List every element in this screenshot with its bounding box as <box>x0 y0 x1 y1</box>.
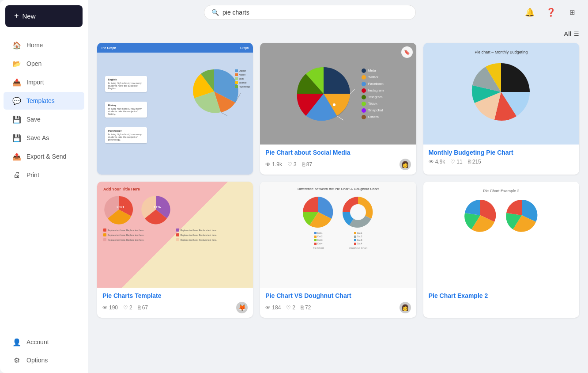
template-card-subject[interactable]: Pie Graph Graph English In living high s… <box>97 43 253 175</box>
open-icon: 📂 <box>12 59 21 68</box>
card-title-social: Pie Chart about Social Media <box>265 149 411 156</box>
templates-icon: 💬 <box>12 96 21 105</box>
import-icon: 📥 <box>12 78 21 87</box>
sidebar-bottom: 👤 Account ⚙ Options <box>0 329 88 373</box>
sidebar-item-account-label: Account <box>26 339 49 346</box>
sidebar-item-import-label: Import <box>26 79 44 86</box>
sidebar-item-open-label: Open <box>26 60 41 67</box>
views-stat-social: 👁 1.9k <box>265 161 282 167</box>
account-icon: 👤 <box>12 338 21 346</box>
sidebar-item-options-label: Options <box>26 357 48 364</box>
template-card-example2[interactable]: Pie Chart Example 2 <box>423 182 579 318</box>
sidebar-item-home[interactable]: 🏠 Home <box>4 36 84 54</box>
eye-icon: 👁 <box>265 161 271 167</box>
card-footer-example2: Pie Chart Example 2 <box>423 288 579 306</box>
help-button[interactable]: ❓ <box>544 5 558 19</box>
sidebar-item-templates-label: Templates <box>26 97 55 104</box>
avatar-pink: 🦊 <box>236 302 248 313</box>
copies-stat-pink: ⎘ 67 <box>138 304 148 311</box>
svg-point-8 <box>350 204 366 220</box>
avatar-social: 👩 <box>400 159 411 170</box>
sidebar-item-print-label: Print <box>26 171 39 179</box>
print-icon: 🖨 <box>12 171 21 179</box>
search-icon: 🔍 <box>211 9 219 16</box>
svg-line-5 <box>337 116 343 120</box>
filter-bar: All ☰ <box>97 30 579 38</box>
bell-icon: 🔔 <box>525 8 535 17</box>
top-icons: 🔔 ❓ ⊞ <box>523 5 579 19</box>
eye-icon: 👁 <box>265 304 271 311</box>
sidebar-item-home-label: Home <box>26 42 43 49</box>
save-as-icon: 💾 <box>12 133 21 142</box>
template-card-doughnut[interactable]: Difference between the Pie Chart & Dough… <box>260 182 416 318</box>
main-content: 🔍 🔔 ❓ ⊞ All ☰ <box>88 0 588 373</box>
sidebar-item-save[interactable]: 💾 Save <box>4 110 84 128</box>
sidebar-item-print[interactable]: 🖨 Print <box>4 166 84 184</box>
views-stat-pink: 👁 190 <box>102 304 118 311</box>
template-card-social[interactable]: Meta Twitter Facebook Instagram Telegram… <box>260 43 416 175</box>
card-thumb-doughnut: Difference between the Pie Chart & Dough… <box>260 182 416 288</box>
heart-icon: ♡ <box>123 304 128 311</box>
card-thumb-subject: Pie Graph Graph English In living high s… <box>97 43 253 175</box>
views-stat-doughnut: 👁 184 <box>265 304 281 311</box>
top-bar: 🔍 🔔 ❓ ⊞ <box>88 0 588 25</box>
home-icon: 🏠 <box>12 41 21 49</box>
copy-icon: ⎘ <box>468 159 471 165</box>
sidebar-item-account[interactable]: 👤 Account <box>4 333 84 351</box>
sidebar-item-import[interactable]: 📥 Import <box>4 73 84 91</box>
apps-icon: ⊞ <box>569 8 575 16</box>
likes-stat-pink: ♡ 2 <box>123 304 132 311</box>
search-bar[interactable]: 🔍 <box>204 5 416 20</box>
copies-stat-doughnut: ⎘ 72 <box>301 304 311 311</box>
sidebar-item-save-as[interactable]: 💾 Save As <box>4 129 84 147</box>
search-input[interactable] <box>222 9 408 16</box>
notification-button[interactable]: 🔔 <box>523 5 537 19</box>
card-footer-pink: Pie Charts Template 👁 190 ♡ 2 ⎘ 67 <box>97 288 253 318</box>
sidebar: + New 🏠 Home 📂 Open 📥 Import 💬 Templates… <box>0 0 88 373</box>
card-thumb-example2: Pie Chart Example 2 <box>423 182 579 288</box>
card-title-pink: Pie Charts Template <box>102 292 248 299</box>
eye-icon: 👁 <box>429 159 434 165</box>
filter-menu-icon: ☰ <box>574 30 579 37</box>
likes-stat-doughnut: ♡ 2 <box>286 304 295 311</box>
filter-button[interactable]: All ☰ <box>564 30 579 38</box>
card-thumb-social: Meta Twitter Facebook Instagram Telegram… <box>260 43 416 145</box>
export-icon: 📤 <box>12 152 21 161</box>
card-stats-pink: 👁 190 ♡ 2 ⎘ 67 🦊 <box>102 302 248 313</box>
heart-icon: ♡ <box>286 304 291 311</box>
sidebar-item-save-label: Save <box>26 116 41 123</box>
options-icon: ⚙ <box>12 356 21 365</box>
apps-button[interactable]: ⊞ <box>565 5 579 19</box>
copies-stat-social: ⎘ 87 <box>302 161 312 167</box>
sidebar-nav: 🏠 Home 📂 Open 📥 Import 💬 Templates 💾 Sav… <box>0 32 88 329</box>
views-stat-monthly: 👁 4.9k <box>429 159 445 165</box>
card-footer-monthly: Monthly Budgeting Pie Chart 👁 4.9k ♡ 11 … <box>423 145 579 169</box>
card-footer-doughnut: Pie Chart VS Doughnut Chart 👁 184 ♡ 2 ⎘ <box>260 288 416 318</box>
heart-icon: ♡ <box>450 159 455 165</box>
likes-stat-social: ♡ 3 <box>287 161 297 167</box>
sidebar-item-export[interactable]: 📤 Export & Send <box>4 148 84 165</box>
new-button[interactable]: + New <box>5 5 83 27</box>
copy-icon: ⎘ <box>301 304 304 311</box>
sidebar-item-templates[interactable]: 💬 Templates <box>4 92 84 110</box>
svg-text:11%: 11% <box>154 205 161 209</box>
filter-all-label: All <box>564 30 571 38</box>
sidebar-item-save-as-label: Save As <box>26 134 49 141</box>
likes-stat-monthly: ♡ 11 <box>450 159 462 165</box>
sidebar-item-options[interactable]: ⚙ Options <box>4 351 84 369</box>
card-thumb-monthly: Pie chart – Monthly Budgeting <box>423 43 579 145</box>
copy-icon: ⎘ <box>302 161 305 167</box>
card-thumb-pink: Add Your Title Here 2021 <box>97 182 253 288</box>
svg-point-4 <box>333 103 335 106</box>
template-card-pink[interactable]: Add Your Title Here 2021 <box>97 182 253 318</box>
svg-text:2021: 2021 <box>117 205 124 209</box>
card-footer-social: Pie Chart about Social Media 👁 1.9k ♡ 3 … <box>260 145 416 175</box>
template-card-monthly[interactable]: Pie chart – Monthly Budgeting <box>423 43 579 175</box>
card-title-example2: Pie Chart Example 2 <box>429 292 574 299</box>
copies-stat-monthly: ⎘ 215 <box>468 159 481 165</box>
sidebar-item-export-label: Export & Send <box>26 153 66 160</box>
heart-icon: ♡ <box>287 161 292 167</box>
avatar-doughnut: 👩 <box>400 302 411 313</box>
card-stats-social: 👁 1.9k ♡ 3 ⎘ 87 👩 <box>265 159 411 170</box>
sidebar-item-open[interactable]: 📂 Open <box>4 55 84 72</box>
